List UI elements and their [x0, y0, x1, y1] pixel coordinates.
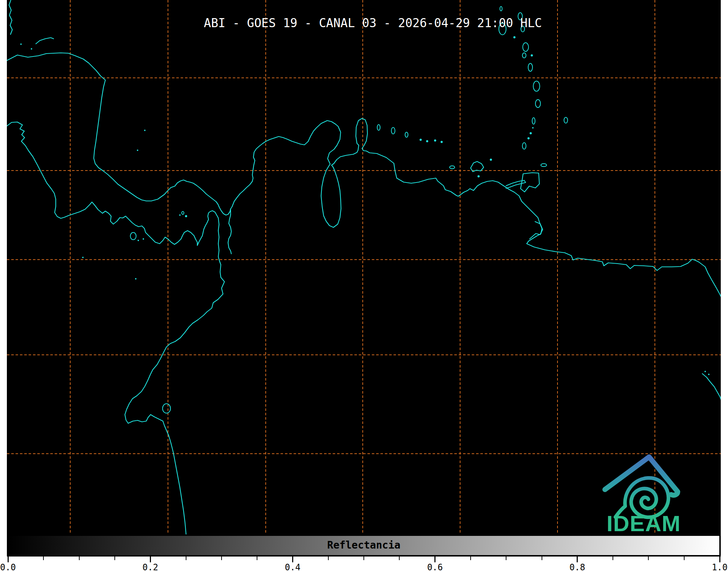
los-roques-dot1 [434, 139, 436, 142]
urabas-gulf-coast [228, 209, 231, 254]
amazon-islet2 [708, 374, 710, 375]
colorbar-tick-label: 0.2 [143, 562, 158, 571]
bonaire [405, 132, 408, 137]
antilles-1 [500, 7, 502, 11]
grenada [522, 143, 526, 149]
colorbar-major-tick [8, 557, 9, 562]
colorbar-major-tick [150, 557, 151, 562]
colorbar-minor-tick [328, 557, 329, 560]
colorbar-minor-tick [648, 557, 649, 560]
colorbar-tick-label: 0.6 [427, 562, 443, 571]
aruba [377, 125, 380, 130]
tobago [541, 164, 547, 167]
colorbar-tick-label: 0.0 [0, 562, 16, 571]
colorbar-minor-tick [613, 557, 613, 560]
top-left-coast-fragment [9, 0, 12, 34]
los-testigos-dot [490, 159, 492, 161]
colorbar-minor-tick [114, 557, 115, 560]
pearl-islet1 [182, 211, 184, 214]
colorbar-major-tick [577, 557, 578, 562]
map-panel: IDEAM [7, 0, 721, 534]
antilles-5 [513, 36, 516, 38]
colorbar-major-tick [719, 557, 720, 562]
las-aves-dot2 [426, 140, 428, 142]
graticule-grid [7, 0, 721, 534]
amazon-islet1 [704, 371, 706, 372]
islands [20, 7, 710, 413]
colorbar-major-tick [434, 557, 435, 562]
colorbar-minor-tick [43, 557, 44, 560]
trinidad-island [521, 173, 539, 192]
colorbar-minor-tick [257, 557, 257, 560]
colorbar-minor-tick [186, 557, 186, 560]
antilles-15 [527, 137, 530, 139]
pearl-islet2 [185, 215, 187, 217]
puna-island [163, 404, 171, 413]
barbados [564, 117, 568, 123]
bay-islands-arc [36, 38, 54, 44]
antilles-14 [530, 132, 532, 134]
colorbar-label: Reflectancia [327, 539, 400, 551]
coiba-island [130, 232, 136, 240]
colorbar-minor-tick [542, 557, 542, 560]
image-title: ABI - GOES 19 - CANAL 03 - 2026-04-29 21… [204, 16, 542, 30]
colorbar-tick-label: 1.0 [712, 562, 727, 571]
colorbar-minor-tick [79, 557, 80, 560]
colorbar-tick-label: 0.4 [285, 562, 300, 571]
los-roques-dot2 [441, 141, 443, 143]
antilles-11 [535, 100, 540, 108]
antilles-8 [531, 54, 533, 56]
coche-dot [477, 175, 480, 177]
curacao [391, 127, 395, 134]
margarita-island [471, 161, 484, 172]
satellite-image-figure: IDEAM ABI - GOES 19 - CANAL 03 - 2026-04… [0, 0, 728, 571]
coastlines [7, 0, 721, 534]
ideam-logo: IDEAM [605, 457, 681, 534]
map-canvas: IDEAM [7, 0, 721, 534]
pacific-mainland-coast [7, 122, 224, 534]
colorbar-minor-tick [399, 557, 400, 560]
la-tortuga [450, 166, 455, 169]
colorbar-minor-tick [363, 557, 364, 560]
colorbar-minor-tick [506, 557, 506, 560]
colorbar-minor-tick [684, 557, 685, 560]
colorbar-minor-tick [470, 557, 471, 560]
paria-peninsula [506, 180, 526, 188]
las-aves-dot1 [420, 139, 422, 141]
colorbar-major-tick [292, 557, 293, 562]
antilles-10 [533, 81, 540, 91]
honduras-islet-dot [31, 48, 32, 50]
honduras-islet-dot2 [20, 43, 22, 45]
antilles-13 [532, 127, 534, 129]
antilles-12 [532, 118, 535, 124]
antilles-6 [523, 43, 529, 51]
colorbar-minor-tick [221, 557, 222, 560]
chiriqui-islet1 [138, 240, 139, 241]
ideam-logo-text: IDEAM [607, 511, 681, 534]
caribbean-mainland-coast [7, 53, 721, 297]
chiriqui-islet2 [143, 238, 144, 240]
colorbar-tick-label: 0.8 [569, 562, 585, 571]
pearl-islet3 [179, 214, 181, 216]
gorgona-dot [135, 278, 136, 280]
amazon-corner-coast [702, 374, 721, 400]
antilles-9 [528, 63, 533, 71]
san-andres-dot [137, 150, 138, 151]
malpelo-dot [82, 257, 84, 258]
antilles-7 [522, 53, 526, 58]
providencia-dot [144, 130, 146, 131]
